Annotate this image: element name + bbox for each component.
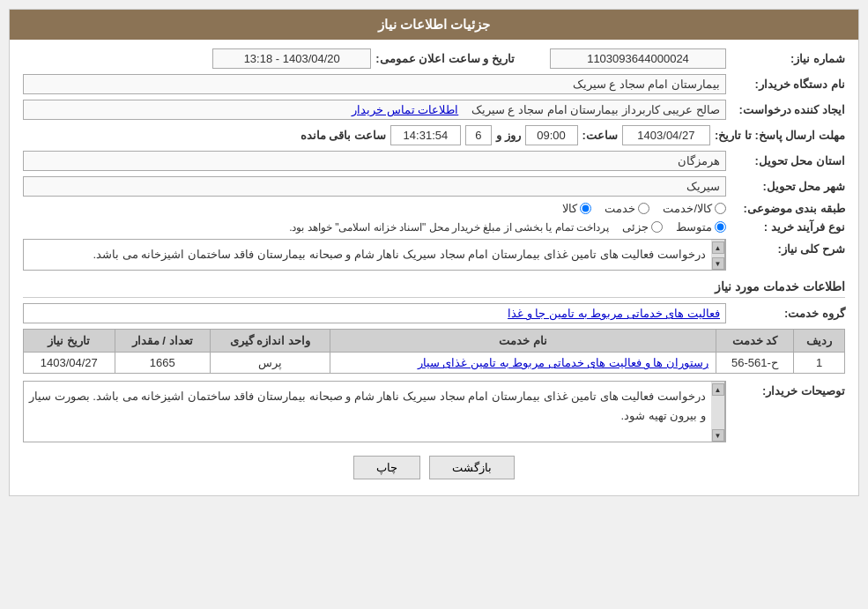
service-group-row: گروه خدمت: فعالیت های خدماتی مربوط به تا… — [23, 303, 845, 323]
buyer-name-value: بیمارستان امام سجاد ع سیریک — [23, 74, 726, 94]
category-option-service: خدمت — [605, 202, 649, 215]
buyer-scroll-down-btn[interactable]: ▼ — [712, 429, 724, 442]
back-button[interactable]: بازگشت — [429, 456, 515, 479]
print-button[interactable]: چاپ — [353, 456, 420, 479]
reply-days-value: 6 — [465, 125, 492, 145]
contact-link[interactable]: اطلاعات تماس خریدار — [352, 103, 458, 116]
need-number-value: 1103093644000024 — [550, 48, 726, 69]
col-header-name: نام خدمت — [330, 330, 716, 353]
buyer-desc-container: ▲ ▼ درخواست فعالیت های تامین غذای بیمارس… — [23, 381, 726, 442]
cell-unit: پرس — [210, 353, 330, 374]
process-type-row: نوع فرآیند خرید : متوسط جزئی پرداخت تمام… — [23, 220, 845, 234]
category-option-goods: کالا — [562, 202, 591, 215]
services-table: ردیف کد خدمت نام خدمت واحد اندازه گیری ت… — [23, 329, 845, 374]
reply-deadline-label: مهلت ارسال پاسخ: تا تاریخ: — [715, 129, 845, 142]
button-row: بازگشت چاپ — [23, 456, 845, 479]
process-option-medium: متوسط — [676, 220, 726, 234]
cell-date: 1403/04/27 — [24, 353, 115, 374]
category-radio-group: کالا/خدمت خدمت کالا — [562, 202, 726, 215]
col-header-qty: تعداد / مقدار — [115, 330, 210, 353]
reply-deadline-row: مهلت ارسال پاسخ: تا تاریخ: 1403/04/27 سا… — [23, 125, 845, 145]
cell-qty: 1665 — [115, 353, 210, 374]
city-row: شهر محل تحویل: سیریک — [23, 176, 845, 197]
service-group-label: گروه خدمت: — [731, 307, 845, 320]
category-label: طبقه بندی موضوعی: — [731, 202, 845, 215]
need-number-row: شماره نیاز: 1103093644000024 تاریخ و ساع… — [23, 48, 845, 69]
general-desc-container: ▲ ▼ درخواست فعالیت های تامین غذای بیمارس… — [23, 239, 726, 271]
buyer-name-label: نام دستگاه خریدار: — [731, 78, 845, 91]
creator-label: ایجاد کننده درخواست: — [731, 103, 845, 116]
content-area: شماره نیاز: 1103093644000024 تاریخ و ساع… — [10, 40, 858, 495]
col-header-date: تاریخ نیاز — [24, 330, 115, 353]
city-label: شهر محل تحویل: — [731, 180, 845, 193]
buyer-desc-label: توصیحات خریدار: — [731, 384, 845, 397]
buyer-name-row: نام دستگاه خریدار: بیمارستان امام سجاد ع… — [23, 74, 845, 94]
reply-date-value: 1403/04/27 — [622, 125, 710, 145]
creator-text: صالح عریبی کاربرداز بیمارستان امام سجاد … — [471, 103, 720, 116]
general-desc-scrollbar: ▲ ▼ — [711, 240, 725, 270]
scroll-up-btn[interactable]: ▲ — [712, 241, 724, 254]
category-radio-goods-service[interactable] — [715, 203, 726, 214]
reply-remaining-label: ساعت باقی مانده — [300, 129, 386, 142]
cell-name[interactable]: رستوران ها و فعالیت های خدماتی مربوط به … — [330, 353, 716, 374]
reply-remaining-time: 14:31:54 — [390, 125, 461, 145]
general-desc-text: درخواست فعالیت های تامین غذای بیمارستان … — [24, 240, 711, 270]
process-label-medium: متوسط — [676, 220, 712, 234]
scroll-down-btn[interactable]: ▼ — [712, 257, 724, 270]
process-type-label: نوع فرآیند خرید : — [731, 220, 845, 234]
process-radio-medium[interactable] — [715, 221, 726, 233]
category-option-goods-service: کالا/خدمت — [663, 202, 726, 215]
services-section-title: اطلاعات خدمات مورد نیاز — [23, 279, 845, 298]
creator-row: ایجاد کننده درخواست: صالح عریبی کاربرداز… — [23, 100, 845, 120]
service-group-value[interactable]: فعالیت های خدماتی مربوط به تامین جا و غذ… — [23, 303, 726, 323]
process-radio-group: متوسط جزئی — [622, 220, 726, 234]
process-radio-small[interactable] — [651, 221, 663, 233]
province-value: هرمزگان — [23, 151, 726, 171]
page-header: جزئیات اطلاعات نیاز — [10, 10, 858, 40]
general-desc-row: شرح کلی نیاز: ▲ ▼ درخواست فعالیت های تام… — [23, 239, 845, 271]
date-time-value: 1403/04/20 - 13:18 — [212, 48, 371, 69]
cell-code: ح-561-56 — [716, 353, 793, 374]
reply-time-value: 09:00 — [525, 125, 578, 145]
need-number-label: شماره نیاز: — [731, 52, 845, 65]
page-wrapper: جزئیات اطلاعات نیاز شماره نیاز: 11030936… — [0, 0, 868, 505]
buyer-desc-text: درخواست فعالیت های تامین غذای بیمارستان … — [24, 382, 711, 442]
table-header-row: ردیف کد خدمت نام خدمت واحد اندازه گیری ت… — [24, 330, 845, 353]
page-title: جزئیات اطلاعات نیاز — [378, 17, 490, 32]
buyer-desc-scrollbar: ▲ ▼ — [711, 382, 725, 442]
process-note: پرداخت تمام یا بخشی از مبلغ خریدار محل "… — [289, 221, 609, 234]
category-label-service: خدمت — [605, 202, 635, 215]
category-radio-service[interactable] — [638, 203, 649, 214]
cell-rownum: 1 — [794, 353, 845, 374]
general-desc-label: شرح کلی نیاز: — [731, 242, 845, 256]
buyer-desc-row: توصیحات خریدار: ▲ ▼ درخواست فعالیت های ت… — [23, 381, 845, 442]
reply-day-label: روز و — [496, 129, 521, 142]
city-value: سیریک — [23, 176, 726, 197]
category-label-goods: کالا — [562, 202, 577, 215]
col-header-rownum: ردیف — [794, 330, 845, 353]
main-container: جزئیات اطلاعات نیاز شماره نیاز: 11030936… — [9, 9, 859, 496]
buyer-scroll-up-btn[interactable]: ▲ — [712, 383, 724, 396]
province-row: استان محل تحویل: هرمزگان — [23, 151, 845, 171]
process-option-small: جزئی — [622, 220, 663, 234]
category-radio-goods[interactable] — [580, 203, 591, 214]
col-header-unit: واحد اندازه گیری — [210, 330, 330, 353]
process-label-small: جزئی — [622, 220, 649, 234]
category-row: طبقه بندی موضوعی: کالا/خدمت خدمت کالا — [23, 202, 845, 215]
reply-time-label: ساعت: — [582, 129, 618, 142]
province-label: استان محل تحویل: — [731, 154, 845, 167]
table-row: 1 ح-561-56 رستوران ها و فعالیت های خدمات… — [24, 353, 845, 374]
col-header-code: کد خدمت — [716, 330, 793, 353]
category-label-goods-service: کالا/خدمت — [663, 202, 712, 215]
creator-value: صالح عریبی کاربرداز بیمارستان امام سجاد … — [23, 100, 726, 120]
date-time-label: تاریخ و ساعت اعلان عمومی: — [375, 52, 515, 65]
